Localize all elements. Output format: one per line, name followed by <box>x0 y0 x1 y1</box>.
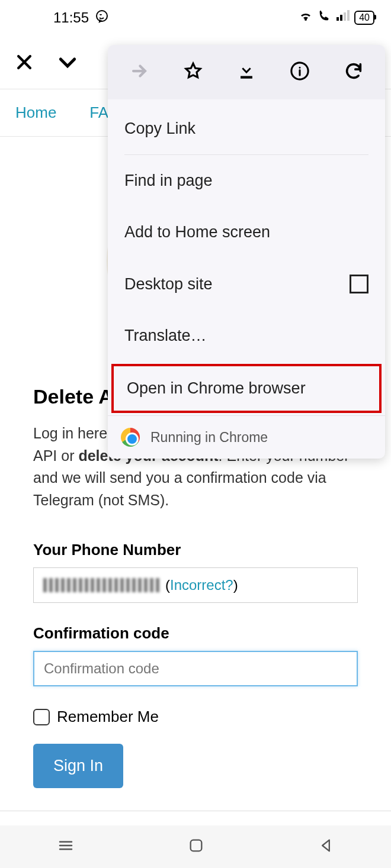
battery-indicator: 40 <box>354 11 374 25</box>
browser-menu: Copy Link Find in page Add to Home scree… <box>108 45 385 459</box>
chrome-icon <box>121 428 140 447</box>
phone-value-redacted <box>43 578 162 592</box>
status-bar: 11:55 40 <box>0 0 391 36</box>
code-input[interactable] <box>44 660 347 677</box>
close-icon[interactable] <box>14 52 34 72</box>
menu-translate[interactable]: Translate… <box>108 310 385 362</box>
chevron-down-icon[interactable] <box>56 50 79 74</box>
svg-rect-5 <box>191 840 202 851</box>
divider <box>0 811 391 811</box>
svg-point-0 <box>97 11 107 21</box>
forward-icon[interactable] <box>129 61 149 83</box>
download-icon[interactable] <box>236 61 257 83</box>
menu-copy-link[interactable]: Copy Link <box>108 103 385 154</box>
whatsapp-icon <box>95 9 109 27</box>
menu-footer-label: Running in Chrome <box>150 430 268 446</box>
svg-rect-4 <box>347 10 350 21</box>
desktop-site-checkbox[interactable] <box>350 275 368 293</box>
back-icon[interactable] <box>318 837 334 856</box>
wifi-icon <box>299 9 313 27</box>
code-label: Confirmation code <box>33 624 358 643</box>
signin-button[interactable]: Sign In <box>33 744 123 788</box>
menu-footer: Running in Chrome <box>108 415 385 459</box>
signal-icon <box>335 9 350 27</box>
menu-find-in-page[interactable]: Find in page <box>108 155 385 206</box>
remember-row[interactable]: Remember Me <box>33 708 358 726</box>
star-icon[interactable] <box>183 61 203 83</box>
phone-call-icon <box>318 9 331 26</box>
system-nav-bar <box>0 825 391 868</box>
svg-rect-3 <box>344 12 346 21</box>
menu-icon-row <box>108 45 385 99</box>
home-icon[interactable] <box>188 837 204 856</box>
svg-rect-2 <box>340 15 342 21</box>
tab-home[interactable]: Home <box>15 104 56 122</box>
menu-desktop-site[interactable]: Desktop site <box>108 258 385 310</box>
remember-checkbox[interactable] <box>33 709 50 725</box>
menu-open-in-chrome[interactable]: Open in Chrome browser <box>111 364 382 413</box>
status-time: 11:55 <box>53 9 89 26</box>
incorrect-link[interactable]: Incorrect? <box>170 577 233 593</box>
reload-icon[interactable] <box>344 61 364 83</box>
info-icon[interactable] <box>290 61 310 83</box>
tab-faq[interactable]: FA <box>89 104 108 122</box>
svg-rect-1 <box>336 17 339 21</box>
recents-icon[interactable] <box>57 837 75 857</box>
phone-label: Your Phone Number <box>33 541 358 559</box>
code-field-wrap <box>33 651 358 686</box>
phone-field[interactable]: (Incorrect?) <box>33 567 358 603</box>
menu-add-to-home[interactable]: Add to Home screen <box>108 206 385 258</box>
remember-label: Remember Me <box>57 708 159 726</box>
